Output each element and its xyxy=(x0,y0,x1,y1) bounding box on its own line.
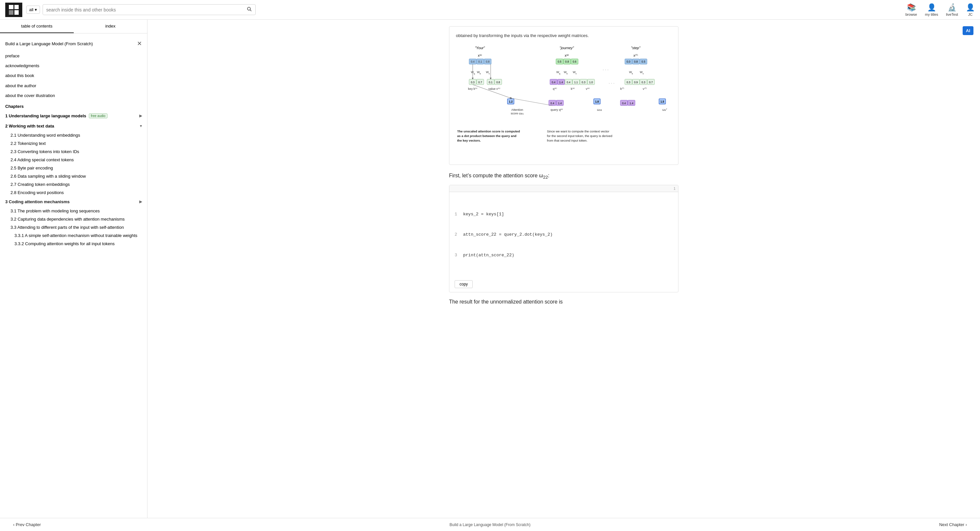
svg-text:as a dot product between the q: as a dot product between the query and xyxy=(457,134,517,138)
user-action[interactable]: 👤 JC xyxy=(966,3,975,16)
svg-text:q⁽²⁾: q⁽²⁾ xyxy=(553,87,557,91)
toc-sub-2-8[interactable]: 2.8 Encoding word positions xyxy=(0,188,147,197)
svg-text:ω₂₂: ω₂₂ xyxy=(597,108,602,111)
svg-line-92 xyxy=(473,84,511,98)
svg-text:0.8: 0.8 xyxy=(496,81,500,84)
svg-text:"journey": "journey" xyxy=(560,46,574,50)
chapter-1-item[interactable]: 1 Understanding large language models fr… xyxy=(0,111,147,121)
line-code-3: print(attn_score_22) xyxy=(463,252,514,259)
nav-actions: 📚 browse 👤 my titles 🔬 liveTest 👤 JC xyxy=(905,3,975,16)
svg-text:"step": "step" xyxy=(631,46,641,50)
toc-sub-2-3[interactable]: 2.3 Converting tokens into token IDs xyxy=(0,148,147,156)
attention-mechanism-svg: "Your" x⁽¹⁾ 0.4 0.1 0.8 Wq Wk Wv xyxy=(456,43,671,157)
svg-text:1.8: 1.8 xyxy=(595,100,599,103)
svg-text:key k⁽¹⁾: key k⁽¹⁾ xyxy=(468,87,477,91)
chapter-3-label: 3 Coding attention mechanisms xyxy=(5,199,70,204)
svg-text:0.4: 0.4 xyxy=(550,102,555,105)
svg-text:0.4: 0.4 xyxy=(622,102,626,105)
my-titles-icon: 👤 xyxy=(927,3,936,12)
sidebar-tabs: table of contents index xyxy=(0,20,147,33)
svg-text:for the second input token, th: for the second input token, the query is… xyxy=(547,134,612,138)
chapter-1-arrow: ▶ xyxy=(139,114,142,118)
toc-sub-3-3-2[interactable]: 3.3.2 Computing attention weights for al… xyxy=(0,240,147,248)
diagram-subtitle: obtained by transforming the inputs via … xyxy=(456,33,671,38)
browse-icon: 📚 xyxy=(907,3,916,12)
svg-text:0.4: 0.4 xyxy=(552,81,555,84)
my-titles-action[interactable]: 👤 my titles xyxy=(925,3,938,16)
svg-text:1.4: 1.4 xyxy=(558,102,562,105)
svg-text:score ω₂₁: score ω₂₁ xyxy=(511,112,524,115)
ai-badge[interactable]: AI xyxy=(963,26,974,35)
svg-text:1.2: 1.2 xyxy=(509,100,513,103)
live-test-action[interactable]: 🔬 liveTest xyxy=(946,3,958,16)
svg-text:Wk: Wk xyxy=(564,70,568,75)
top-navigation: all ▾ 📚 browse 👤 my titles 🔬 liveTest xyxy=(0,0,980,20)
search-scope-selector[interactable]: all ▾ xyxy=(26,6,40,14)
svg-text:the key vectors.: the key vectors. xyxy=(457,139,481,142)
next-chapter-link[interactable]: Next Chapter › xyxy=(939,522,967,527)
tab-table-of-contents[interactable]: table of contents xyxy=(0,20,74,33)
toc-book-title-row: Build a Large Language Model (From Scrat… xyxy=(0,37,147,51)
svg-text:0.1: 0.1 xyxy=(478,60,482,63)
svg-text:0.5: 0.5 xyxy=(557,60,562,63)
toc-sub-3-1[interactable]: 3.1 The problem with modeling long seque… xyxy=(0,207,147,215)
svg-text:0.3: 0.3 xyxy=(582,81,586,84)
svg-text:v⁽ᵀ⁾: v⁽ᵀ⁾ xyxy=(643,87,647,91)
copy-button[interactable]: copy xyxy=(455,280,473,288)
chapter-2-label: 2 Working with text data xyxy=(5,124,54,129)
chapter-3-item[interactable]: 3 Coding attention mechanisms ▶ xyxy=(0,197,147,207)
toc-item-about-cover[interactable]: about the cover illustration xyxy=(0,91,147,101)
tab-index[interactable]: index xyxy=(74,20,148,33)
svg-text:1.4: 1.4 xyxy=(559,81,563,84)
svg-text:0.3: 0.3 xyxy=(627,81,631,84)
code-line-1: 1 keys_2 = keys[1] xyxy=(455,211,673,218)
svg-text:k⁽ᵀ⁾: k⁽ᵀ⁾ xyxy=(620,87,624,91)
svg-text:. . .: . . . xyxy=(603,66,609,71)
svg-text:Wv: Wv xyxy=(486,70,490,75)
toc-item-preface[interactable]: preface xyxy=(0,51,147,61)
logo[interactable] xyxy=(5,3,22,17)
line-number-3: 3 xyxy=(455,252,459,259)
svg-text:0.6: 0.6 xyxy=(573,60,576,63)
chevron-down-icon: ▾ xyxy=(35,7,37,12)
main-area: table of contents index Build a Large La… xyxy=(0,20,980,518)
svg-text:x⁽²⁾: x⁽²⁾ xyxy=(565,54,569,57)
toc-item-about-book[interactable]: about this book xyxy=(0,71,147,81)
prev-chapter-link[interactable]: ‹ Prev Chapter xyxy=(13,522,41,527)
svg-text:Wk: Wk xyxy=(629,70,633,75)
browse-action[interactable]: 📚 browse xyxy=(905,3,917,16)
svg-line-1 xyxy=(250,10,251,11)
search-button[interactable] xyxy=(243,5,255,15)
toc-sub-2-6[interactable]: 2.6 Data sampling with a sliding window xyxy=(0,172,147,180)
bottom-navigation: ‹ Prev Chapter Build a Large Language Mo… xyxy=(0,518,980,531)
svg-text:0.3: 0.3 xyxy=(641,81,645,84)
toc-item-about-author[interactable]: about the author xyxy=(0,81,147,91)
close-toc-button[interactable]: ✕ xyxy=(137,40,142,47)
svg-text:value v⁽¹⁾: value v⁽¹⁾ xyxy=(488,87,500,91)
chapter-2-item[interactable]: 2 Working with text data ▾ xyxy=(0,121,147,131)
search-input[interactable] xyxy=(43,5,243,14)
search-area: all ▾ xyxy=(26,4,256,15)
toc-sub-2-2[interactable]: 2.2 Tokenizing text xyxy=(0,139,147,148)
toc-item-acknowledgments[interactable]: acknowledgments xyxy=(0,61,147,71)
toc-sub-3-3-1[interactable]: 3.3.1 A simple self-attention mechanism … xyxy=(0,231,147,240)
svg-text:ω₂ᵀ: ω₂ᵀ xyxy=(662,108,667,111)
svg-text:0.1: 0.1 xyxy=(489,81,493,84)
toc-sub-2-4[interactable]: 2.4 Adding special context tokens xyxy=(0,156,147,164)
svg-text:0.7: 0.7 xyxy=(478,81,482,84)
svg-text:x⁽ᵀ⁾: x⁽ᵀ⁾ xyxy=(633,54,638,57)
svg-text:0.5: 0.5 xyxy=(641,60,645,63)
toc-sub-2-1[interactable]: 2.1 Understanding word embeddings xyxy=(0,131,147,139)
code-body: 1 keys_2 = keys[1] 2 attn_score_22 = que… xyxy=(449,192,678,278)
free-audio-badge: free audio xyxy=(89,113,107,118)
toc-sub-2-7[interactable]: 2.7 Creating token embeddings xyxy=(0,180,147,188)
line-code-2: attn_score_22 = query_2.dot(keys_2) xyxy=(463,231,553,238)
toc-sub-2-5[interactable]: 2.5 Byte pair encoding xyxy=(0,164,147,172)
svg-text:Attention: Attention xyxy=(511,108,523,111)
toc-sub-3-2[interactable]: 3.2 Capturing data dependencies with att… xyxy=(0,215,147,223)
toc-sub-3-3[interactable]: 3.3 Attending to different parts of the … xyxy=(0,223,147,231)
svg-text:0.8: 0.8 xyxy=(565,60,569,63)
svg-text:1.0: 1.0 xyxy=(589,81,593,84)
svg-text:Wq: Wq xyxy=(471,70,475,75)
svg-text:Wv: Wv xyxy=(573,70,577,75)
